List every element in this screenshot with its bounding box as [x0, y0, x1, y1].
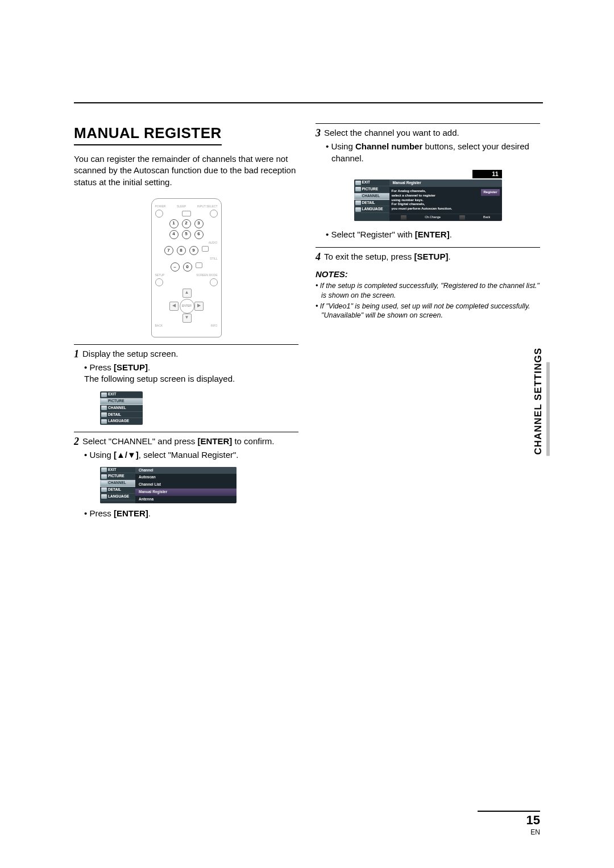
bullet: Press [ENTER].: [84, 508, 298, 519]
page-number: 15: [478, 811, 540, 828]
step-4: 4 To exit the setup, press [SETUP].: [316, 251, 540, 262]
osd-channel-menu: EXIT PICTURE CHANNEL DETAIL LANGUAGE Cha…: [100, 467, 237, 503]
osd-setup-menu: EXIT PICTURE CHANNEL DETAIL LANGUAGE: [100, 391, 143, 425]
step-text: To exit the setup, press [SETUP].: [324, 251, 451, 262]
left-column: MANUAL REGISTER You can register the rem…: [74, 123, 298, 519]
step-number: 2: [74, 436, 79, 446]
step-text: Select the channel you want to add.: [324, 127, 459, 139]
step-text: Select "CHANNEL" and press [ENTER] to co…: [82, 436, 274, 447]
page-lang: EN: [478, 828, 540, 836]
step-number: 4: [316, 252, 321, 262]
register-button: Register: [481, 189, 499, 196]
bullet: Select "Register" with [ENTER].: [326, 229, 540, 240]
sub-text: The following setup screen is displayed.: [84, 373, 298, 385]
right-column: 3 Select the channel you want to add. Us…: [316, 123, 540, 519]
manual-page: MANUAL REGISTER You can register the rem…: [74, 102, 543, 519]
step-number: 1: [74, 349, 79, 359]
notes-body: If the setup is completed successfully, …: [316, 281, 540, 321]
bullet: Using [▲/▼], select "Manual Register".: [84, 449, 298, 461]
bullet: Press [SETUP].: [84, 362, 298, 373]
channel-number-display: 11: [472, 170, 502, 179]
step-number: 3: [316, 128, 321, 138]
step-2: 2 Select "CHANNEL" and press [ENTER] to …: [74, 436, 298, 447]
remote-illustration: POWERSLEEPINPUT SELECT 123 456 AUDIO 789…: [151, 198, 222, 337]
osd-manual-register: 11 EXIT PICTURE CHANNEL DETAIL LANGUAGE …: [354, 170, 502, 221]
section-tab: CHANNEL SETTINGS: [533, 348, 544, 455]
intro-text: You can register the remainder of channe…: [74, 153, 298, 188]
bullet: Using Channel number buttons, select you…: [326, 141, 540, 164]
step-text: Display the setup screen.: [82, 348, 178, 360]
step-3: 3 Select the channel you want to add.: [316, 127, 540, 139]
notes-header: NOTES:: [316, 269, 540, 280]
page-footer: 15 EN: [478, 811, 540, 836]
step-1: 1 Display the setup screen.: [74, 348, 298, 360]
section-title: MANUAL REGISTER: [74, 123, 222, 145]
